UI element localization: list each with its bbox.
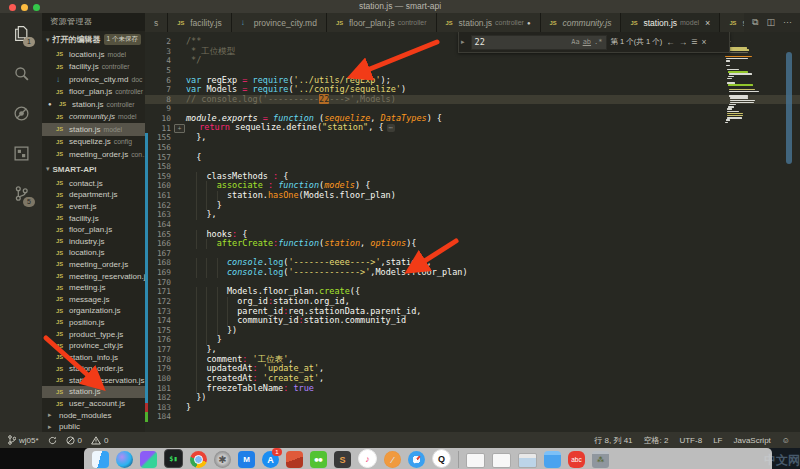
file-item[interactable]: JSuser_account.js <box>42 398 145 410</box>
dock-icon-app-store[interactable]: A1 <box>262 451 279 468</box>
code-line-175[interactable]: 175 }) <box>145 326 800 336</box>
code-line-182[interactable]: 182 }) <box>145 393 800 403</box>
file-item[interactable]: JSstation.js <box>42 386 145 398</box>
code-text[interactable]: console.log('------------->',Models.floo… <box>186 268 800 278</box>
dock-icon-siri[interactable] <box>116 451 133 468</box>
code-line-156[interactable]: 156 <box>145 143 800 153</box>
dock-icon-red-cube[interactable] <box>286 451 303 468</box>
code-line-166[interactable]: 166 afterCreate:function(station, option… <box>145 239 800 249</box>
file-item[interactable]: JSlocation.js <box>42 247 145 259</box>
code-line-176[interactable]: 176 } <box>145 335 800 345</box>
find-close-icon[interactable]: × <box>701 37 706 47</box>
fold-icon[interactable]: + <box>174 124 185 133</box>
window-close-button[interactable] <box>9 4 16 11</box>
status-item--8-41[interactable]: 行 8, 列 41 <box>594 435 632 446</box>
code-line-162[interactable]: 162 } <box>145 201 800 211</box>
dock-icon-window-thumb-3[interactable] <box>518 453 537 468</box>
sync-button[interactable] <box>48 436 57 445</box>
tab-s[interactable]: s <box>145 13 168 32</box>
code-line-174[interactable]: 174 community_id:station.community_id <box>145 316 800 326</box>
dock-icon-safari[interactable] <box>408 451 425 468</box>
file-item[interactable]: JSmeeting_reservation.js <box>42 270 145 282</box>
tab-floor_plan-js[interactable]: JSfloor_plan.jscontroller <box>327 13 437 32</box>
dock-icon-colorful-app[interactable] <box>140 451 157 468</box>
code-line-169[interactable]: 169 console.log('------------->',Models.… <box>145 268 800 278</box>
tab-facility-js[interactable]: JSfacility.js <box>168 13 232 32</box>
file-item[interactable]: JSorganization.js <box>42 305 145 317</box>
code-text[interactable]: { <box>186 153 800 163</box>
file-item[interactable]: JSindustry.js <box>42 235 145 247</box>
dock-icon-window-thumb-1[interactable] <box>466 453 485 468</box>
code-text[interactable]: }, <box>186 133 800 143</box>
folder-item[interactable]: ▸node_modules <box>42 409 145 421</box>
code-line-161[interactable]: 161 station.hasOne(Models.floor_plan) <box>145 191 800 201</box>
file-item[interactable]: JSprovince_city.js <box>42 340 145 352</box>
find-in-selection-icon[interactable]: ☰ <box>691 38 697 46</box>
open-editor-item[interactable]: JSmeeting_order.jscon… <box>42 148 145 161</box>
code-text[interactable]: } <box>186 335 800 345</box>
file-item[interactable]: JSstation_reservation.js <box>42 375 145 387</box>
feedback-smiley-icon[interactable]: ☺ <box>782 436 790 445</box>
match-case-icon[interactable]: Aa <box>571 38 579 46</box>
dock-icon-terminal[interactable]: $▮ <box>164 449 183 468</box>
dock-icon-qq[interactable]: Q <box>432 449 451 468</box>
status-item-javascript[interactable]: JavaScript <box>733 436 770 445</box>
dock-icon-dictionary[interactable]: abc <box>568 451 585 468</box>
error-count[interactable]: 0 <box>66 436 82 445</box>
folder-item[interactable]: ▸public <box>42 421 145 432</box>
split-editor-icon[interactable]: ◫ <box>766 13 775 32</box>
file-item[interactable]: JSevent.js <box>42 201 145 213</box>
window-zoom-button[interactable] <box>33 4 40 11</box>
code-text[interactable]: */ <box>186 56 800 66</box>
find-previous-icon[interactable]: ← <box>666 37 675 47</box>
code-text[interactable]: } <box>186 403 800 413</box>
open-editor-item[interactable]: JSsequelize.jsconfig <box>42 136 145 149</box>
warning-count[interactable]: 0 <box>91 436 108 445</box>
dock-icon-mail[interactable]: M <box>238 451 255 468</box>
dock-icon-window-thumb-2[interactable] <box>492 453 511 468</box>
tab-close-icon[interactable]: × <box>705 18 710 28</box>
file-item[interactable]: JSproduct_type.js <box>42 328 145 340</box>
code-line-181[interactable]: 181 freezeTableName: true <box>145 384 800 394</box>
tab-community-js[interactable]: JScommunity.js <box>541 13 622 32</box>
code-text[interactable]: freezeTableName: true <box>186 384 800 394</box>
code-line-163[interactable]: 163 }, <box>145 210 800 220</box>
code-line-8[interactable]: 8// console.log('----------22--->',Model… <box>145 95 800 105</box>
minimap[interactable] <box>725 38 771 126</box>
find-collapse-icon[interactable]: ▸ <box>459 38 467 46</box>
file-item[interactable]: JSdepartment.js <box>42 189 145 201</box>
activity-scm-button[interactable]: 5 <box>0 173 42 213</box>
file-item[interactable]: JSstation_info.js <box>42 351 145 363</box>
window-minimize-button[interactable] <box>21 4 28 11</box>
code-line-155[interactable]: 155 }, <box>145 133 800 143</box>
open-editor-item[interactable]: JScommunity.jsmodel <box>42 111 145 124</box>
more-actions-icon[interactable]: ··· <box>783 13 792 32</box>
regex-icon[interactable]: .* <box>594 38 602 46</box>
file-item[interactable]: JSstation_order.js <box>42 363 145 375</box>
code-line-183[interactable]: 183} <box>145 403 800 413</box>
open-editor-item[interactable]: JSstation.jsmodel <box>42 123 145 136</box>
tab-station-js[interactable]: JSstation.jsmodel× <box>621 13 720 32</box>
activity-search-button[interactable] <box>0 53 42 93</box>
find-input[interactable]: 22 Aa ab .* <box>471 35 607 50</box>
code-text[interactable]: }, <box>186 210 800 220</box>
file-item[interactable]: JSfacility.js <box>42 212 145 224</box>
file-item[interactable]: JSposition.js <box>42 317 145 329</box>
git-branch-status[interactable]: wj05* <box>8 435 39 445</box>
open-editors-header[interactable]: ▾ 打开的编辑器 1 个未保存 <box>42 31 145 48</box>
dock-icon-wechat[interactable]: ⦁⦁ <box>310 451 327 468</box>
dock-icon-music[interactable]: ♪ <box>358 449 377 468</box>
dock-icon-finder[interactable] <box>92 451 109 468</box>
status-item-utf-8[interactable]: UTF-8 <box>679 436 702 445</box>
code-text[interactable]: station.hasOne(Models.floor_plan) <box>186 191 800 201</box>
open-editor-item[interactable]: ●JSstation.jscontroller <box>42 98 145 111</box>
code-text[interactable]: community_id:station.community_id <box>186 316 800 326</box>
code-text[interactable]: } <box>186 201 800 211</box>
dock-icon-trash[interactable]: ⁂ <box>592 451 609 468</box>
activity-extensions-button[interactable] <box>0 133 42 173</box>
tab-station-js[interactable]: JSstation.jscontroller● <box>437 13 541 32</box>
find-next-icon[interactable]: → <box>679 37 688 47</box>
open-editor-item[interactable]: JSlocation.jsmodel <box>42 48 145 61</box>
file-item[interactable]: JSfloor_plan.js <box>42 224 145 236</box>
file-item[interactable]: JSmeeting.js <box>42 282 145 294</box>
